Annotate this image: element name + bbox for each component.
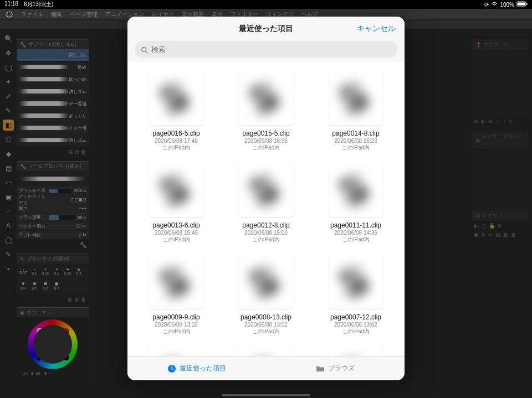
clock-icon [167,364,176,373]
folder-icon [316,364,325,373]
file-item[interactable]: page0011-11.clip 2020/06/08 14:36 このiPad… [313,162,399,244]
file-location: このiPad内 [252,236,280,244]
menu-page[interactable]: ページ管理 [70,11,98,18]
file-date: 2020/06/08 15:00 [244,230,288,236]
file-location: このiPad内 [162,236,190,244]
file-thumbnail[interactable] [329,70,383,125]
file-date: 2020/06/08 13:02 [244,322,288,328]
file-thumbnail[interactable] [239,345,293,356]
search-icon [141,46,148,53]
file-date: 2020/06/08 16:56 [244,138,288,144]
battery-icon [516,1,528,8]
file-thumbnail[interactable] [149,254,203,309]
file-item[interactable]: page0014-8.clip 2020/06/08 16:23 このiPad内 [313,70,399,152]
status-bar: 11:18 6月13日(土) ⟳ 100% [0,0,532,9]
file-location: このiPad内 [162,144,190,152]
file-thumbnail[interactable] [239,162,293,217]
file-name: page0014-8.clip [332,130,379,137]
file-name: page0009-9.clip [152,313,200,321]
home-indicator[interactable] [222,394,310,396]
file-item[interactable]: page0015-5.clip 2020/06/08 16:56 このiPad内 [223,70,309,152]
search-field[interactable] [135,41,397,58]
file-location: このiPad内 [342,328,370,335]
file-location: このiPad内 [162,328,190,335]
file-name: page0013-6.clip [152,221,200,229]
file-item[interactable]: page0008-13.clip 2020/06/08 13:02 このiPad… [223,254,309,335]
svg-point-3 [7,12,12,17]
file-date: 2020/06/08 13:02 [155,322,198,328]
modal-tab-bar: 最近使った項目 ブラウズ [127,356,405,380]
modal-nav-bar: 最近使った項目 キャンセル [127,17,405,41]
file-name: page0015-5.clip [242,130,289,137]
file-thumbnail[interactable] [149,345,203,356]
file-thumbnail[interactable] [329,345,383,356]
file-item[interactable]: page0007-12.clip 2020/06/08 13:02 このiPad… [313,254,399,335]
file-location: このiPad内 [252,328,280,335]
file-item[interactable]: page0016-5.clip 2020/06/08 17:48 このiPad内 [133,70,219,152]
app-logo-icon [6,11,13,18]
file-name: page0011-11.clip [330,221,381,229]
file-thumbnail[interactable] [239,70,293,125]
tab-browse[interactable]: ブラウズ [266,356,405,380]
file-location: このiPad内 [342,236,370,244]
file-item[interactable] [313,345,399,356]
wifi-icon [491,1,498,8]
svg-rect-2 [526,3,528,5]
status-time: 11:18 [4,1,18,8]
file-name: page0016-5.clip [152,130,200,137]
menu-file[interactable]: ファイル [21,11,43,18]
file-location: このiPad内 [342,144,370,152]
file-date: 2020/06/08 14:36 [334,230,377,236]
menu-edit[interactable]: 編集 [51,11,62,18]
file-name: page0007-12.clip [330,313,381,321]
file-name: page0008-13.clip [241,313,291,321]
file-item[interactable]: page0009-9.clip 2020/06/08 13:02 このiPad内 [133,254,219,335]
svg-rect-1 [518,3,525,6]
sync-icon: ⟳ [484,2,489,8]
file-item[interactable]: page0013-6.clip 2020/06/08 15:49 このiPad内 [133,162,219,244]
tab-recent[interactable]: 最近使った項目 [127,356,266,380]
search-input[interactable] [151,45,391,54]
modal-title: 最近使った項目 [239,24,293,34]
file-date: 2020/06/08 17:48 [155,138,198,144]
file-date: 2020/06/08 15:49 [155,230,198,236]
file-thumbnail[interactable] [329,254,383,309]
file-item[interactable] [133,345,219,356]
status-date: 6月13日(土) [24,1,53,8]
file-thumbnail[interactable] [329,162,383,217]
file-location: このiPad内 [252,144,280,152]
file-date: 2020/06/08 13:02 [334,322,377,328]
battery-pct: 100% [500,2,514,8]
file-item[interactable] [223,345,309,356]
svg-line-5 [146,51,148,53]
file-thumbnail[interactable] [149,162,203,217]
file-date: 2020/06/08 16:23 [334,138,377,144]
file-item[interactable]: page0012-8.clip 2020/06/08 15:00 このiPad内 [223,162,309,244]
file-thumbnail[interactable] [149,70,203,125]
file-thumbnail[interactable] [239,254,293,309]
cancel-button[interactable]: キャンセル [357,24,396,34]
file-picker-modal: 最近使った項目 キャンセル page0016-5.clip 2020/06/08… [127,17,405,380]
file-name: page0012-8.clip [242,221,289,229]
